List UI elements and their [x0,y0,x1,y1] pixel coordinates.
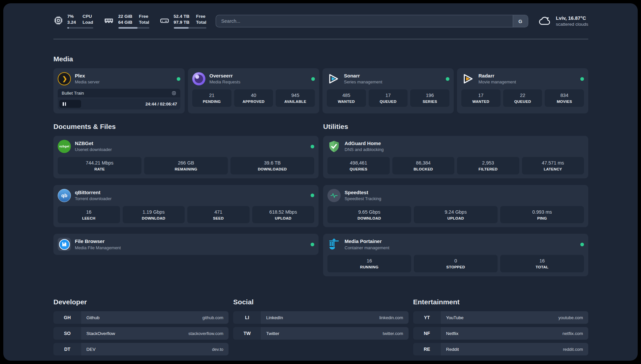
cpu-icon [53,15,63,27]
stat-box: 471SEED [187,206,250,224]
dashboard-panel: 7% 3.24 CPU Load [3,3,638,361]
status-dot [580,77,584,81]
cloud-icon [537,15,552,27]
bookmark-abbr: SO [53,327,81,340]
stat-box: 0STOPPED [414,255,498,272]
stat-box: 9.24 GbpsUPLOAD [414,206,498,224]
stat-box: 39.6 TBDOWNLOADED [230,157,314,174]
service-card-qbittorrent[interactable]: qb qBittorrent Torrent downloader 16LEEC… [53,185,319,228]
status-dot [311,194,314,197]
service-name: Plex [75,73,100,79]
search-input[interactable] [216,15,513,27]
service-card-portainer[interactable]: Media Portainer Container management 16R… [323,234,588,276]
service-card-filebrowser[interactable]: File Browser Media File Management [53,234,319,255]
section-title-utilities: Utilities [323,123,588,131]
bookmark-stackoverflow[interactable]: SO StackOverflowstackoverflow.com [53,327,229,340]
bookmark-abbr: TW [233,327,261,340]
stat-box: 2,953FILTERED [457,157,519,174]
nzbget-icon: nzbget [58,140,71,153]
service-card-speedtest[interactable]: Speedtest Speedtest Tracking 9.65 GbpsDO… [323,185,588,228]
service-card-nzbget[interactable]: nzbget NZBGet Usenet downloader 744.21 M… [53,136,319,178]
service-name: qBittorrent [75,189,111,196]
bookmark-linkedin[interactable]: LI LinkedInlinkedin.com [233,311,408,324]
bookmark-url: twitter.com [383,331,403,336]
pause-button[interactable] [59,100,81,108]
playback-time: 24:44 / 02:06:47 [145,102,177,106]
status-dot [311,243,314,246]
cpu-load-value: 3.24 [67,19,76,25]
cpu-load-label: Load [82,19,93,25]
bookmark-abbr: DT [53,343,81,355]
memory-free-label: Free [139,14,149,19]
stat-box: 17WANTED [461,89,501,107]
stat-box: 744.21 MbpsRATE [58,157,141,174]
radarr-icon [461,72,474,85]
service-card-plex[interactable]: ❯ Plex Media server Bullet Train 24:44 /… [53,68,185,113]
bookmark-url: netflix.com [563,331,583,336]
service-name: Sonarr [344,73,382,79]
service-desc: Series management [344,79,382,85]
bookmark-abbr: NF [413,327,441,340]
bookmark-name: Reddit [446,347,459,352]
bookmark-github[interactable]: GH Githubgithub.com [53,311,229,324]
speedtest-icon [327,189,341,202]
memory-free-value: 22 GiB [118,14,133,19]
stat-box: 498,461QUERIES [327,157,390,174]
bookmark-name: LinkedIn [266,315,283,320]
stat-box: 1.19 GbpsDOWNLOAD [123,206,185,224]
bookmark-name: Netflix [446,331,459,336]
bookmark-twitter[interactable]: TW Twittertwitter.com [233,327,408,340]
service-card-radarr[interactable]: Radarr Movie management 17WANTED 22QUEUE… [457,68,588,113]
stat-box: 22QUEUED [503,89,542,107]
bookmark-youtube[interactable]: YT YouTubeyoutube.com [413,311,588,324]
service-name: Speedtest [345,189,381,196]
service-name: Radarr [478,73,516,79]
search-provider-button[interactable]: G [513,15,528,27]
service-card-sonarr[interactable]: Sonarr Series management 485WANTED 17QUE… [322,68,454,113]
status-dot [311,77,315,81]
bookmarks-developer: Developer GH Githubgithub.com SO StackOv… [53,298,229,355]
stat-box: 86,384BLOCKED [392,157,455,174]
search-bar: G [216,15,528,27]
bookmark-abbr: GH [53,311,81,324]
overseerr-icon [192,72,205,85]
stat-box: 21PENDING [192,89,231,107]
service-name: Media Portainer [345,238,389,245]
settings-icon[interactable] [171,91,176,96]
service-desc: Torrent downloader [75,196,111,202]
storage-free-label: Free [196,14,206,19]
cpu-progress-bar [67,27,93,29]
service-card-overseerr[interactable]: Overseerr Media Requests 21PENDING 40APP… [188,68,319,113]
status-dot [580,243,584,246]
adguard-icon [327,140,341,153]
section-title-social: Social [233,298,408,306]
service-desc: Media File Management [75,245,121,251]
system-widgets: 7% 3.24 CPU Load [53,14,206,28]
bookmark-abbr: YT [413,311,441,324]
weather-location: Lviv, 16.87°C [556,15,588,21]
stat-box: 16LEECH [58,206,120,224]
bookmark-url: dev.to [212,347,223,352]
bookmark-abbr: LI [233,311,261,324]
cpu-widget: 7% 3.24 CPU Load [53,14,93,28]
documents-column: Documents & Files nzbget NZBGet Usenet d… [53,123,319,276]
bookmark-netflix[interactable]: NF Netflixnetflix.com [413,327,588,340]
storage-widget: 52.4 TB 97.9 TB Free Total [159,14,206,28]
bookmarks-social: Social LI LinkedInlinkedin.com TW Twitte… [233,298,408,355]
service-card-adguard[interactable]: AdGuard Home DNS and adblocking 498,461Q… [323,136,588,178]
bookmark-reddit[interactable]: RE Redditreddit.com [413,343,588,355]
bookmark-url: stackoverflow.com [188,331,223,336]
storage-total-label: Total [196,19,206,25]
service-name: AdGuard Home [345,140,384,147]
service-name: NZBGet [75,140,112,147]
top-bar: 7% 3.24 CPU Load [53,13,588,29]
bookmark-dev[interactable]: DT DEVdev.to [53,343,229,355]
stat-box: 834MOVIES [545,89,584,107]
status-dot [177,77,180,81]
status-dot [446,77,449,81]
bookmark-name: Github [86,315,100,320]
memory-icon [103,15,114,27]
bookmark-url: linkedin.com [379,315,403,320]
bookmark-name: DEV [86,347,96,352]
section-title-entertainment: Entertainment [413,298,588,306]
